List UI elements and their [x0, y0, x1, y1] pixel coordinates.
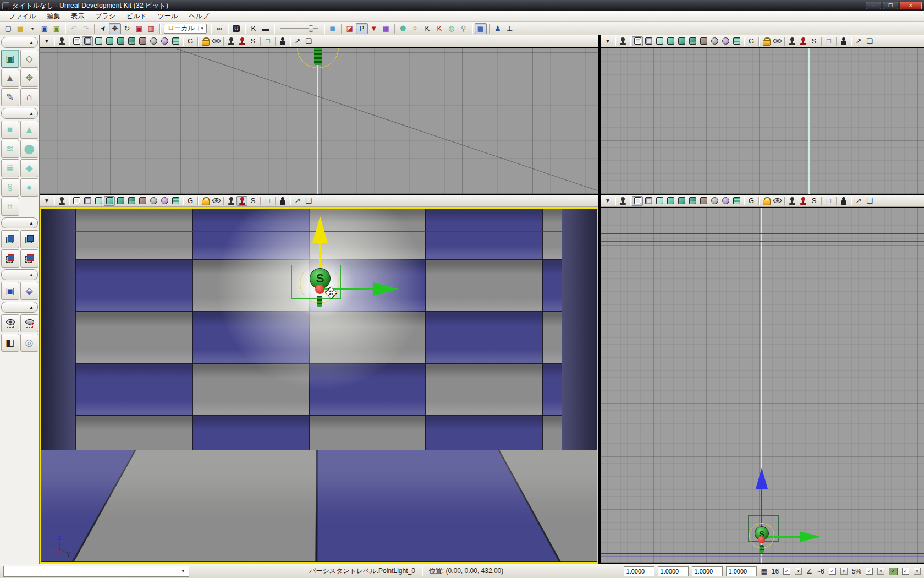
redo-button[interactable]: ↷	[80, 23, 92, 34]
camera-joystick-button[interactable]	[226, 196, 237, 206]
kismet-button[interactable]: K	[248, 23, 260, 34]
wireframe-mode-button[interactable]	[71, 196, 82, 206]
card-volume-brush-button[interactable]: ⌗	[1, 198, 19, 216]
undo-button[interactable]: ↶	[68, 23, 80, 34]
cone-brush-button[interactable]: ▲	[20, 121, 38, 139]
light-bulb-button[interactable]: ⚪	[409, 23, 421, 34]
matinee-button[interactable]: ▬	[260, 23, 272, 34]
rotation-snap-checkbox[interactable]: ✓	[829, 568, 836, 575]
static-mesh-mode-button[interactable]: ∩	[20, 88, 38, 106]
menu-item-1[interactable]: 編集	[41, 10, 65, 22]
csg-add-button[interactable]	[1, 230, 19, 248]
shader-complexity-mode-button[interactable]	[148, 36, 159, 46]
lock-viewport-button[interactable]	[200, 36, 211, 46]
open-dropdown[interactable]: ▾	[26, 23, 38, 34]
brush-square-button[interactable]: □	[262, 36, 273, 46]
maximize-joystick-icon[interactable]	[617, 196, 628, 206]
camera-speed-thumb[interactable]	[309, 25, 314, 32]
maximize-viewport-button[interactable]: ↗	[853, 196, 864, 206]
lit-mode-button[interactable]	[104, 196, 115, 206]
viewport-options-arrow[interactable]: ▼	[41, 36, 52, 46]
realtime-joystick-button[interactable]	[237, 36, 248, 46]
shadow-complexity-mode-button[interactable]	[698, 196, 709, 206]
sphere-brush-button[interactable]: ●	[20, 178, 38, 197]
rollup-brush-primitives[interactable]: ▲	[1, 108, 38, 119]
menu-item-5[interactable]: ツール	[152, 10, 184, 22]
curved-stair-brush-button[interactable]: ≋	[1, 140, 19, 158]
camera-speed-slider[interactable]	[280, 25, 318, 32]
float-viewport-button[interactable]: ❑	[303, 36, 314, 46]
rollup-special[interactable]: ▲	[1, 269, 38, 280]
wireframe-mode-button[interactable]	[71, 36, 82, 46]
drag-grid-field-3[interactable]: 1.0000	[726, 566, 757, 576]
geometry-mode-button[interactable]: ◇	[20, 50, 38, 68]
lit-mode-button[interactable]	[104, 36, 115, 46]
brush-wireframe-mode-button[interactable]	[643, 196, 654, 206]
save-button[interactable]: ▣	[38, 23, 51, 34]
hide-selected-button[interactable]	[20, 314, 38, 332]
light-complexity-mode-button[interactable]	[159, 196, 170, 206]
actor-figure-button[interactable]	[277, 196, 288, 206]
lock-viewport-button[interactable]	[761, 36, 772, 46]
play-in-editor-button[interactable]: P	[356, 23, 368, 34]
csg-deintersect-button[interactable]	[20, 249, 38, 268]
material-quality-button[interactable]: ▦	[380, 23, 392, 34]
maximize-viewport-button[interactable]: ↗	[292, 36, 303, 46]
lighting-only-mode-button[interactable]	[687, 196, 698, 206]
volume-actor-button[interactable]: ⬟	[397, 23, 409, 34]
gizmo-z-arrowhead[interactable]	[756, 468, 768, 489]
transform-space-select[interactable]: ローカル▼	[164, 24, 207, 34]
shadow-complexity-mode-button[interactable]	[137, 36, 148, 46]
grid-snap-checkbox[interactable]: ✓	[783, 568, 790, 575]
detail-lighting-mode-button[interactable]	[115, 36, 126, 46]
viewport-options-arrow[interactable]: ▼	[41, 196, 52, 206]
grid-snap-dropdown[interactable]: ▾	[795, 568, 802, 575]
scale-tool-button[interactable]: ▣	[133, 23, 145, 34]
wireframe-mode-button[interactable]	[632, 36, 643, 46]
menu-item-6[interactable]: ヘルプ	[183, 10, 215, 22]
shader-complexity-mode-button[interactable]	[709, 36, 720, 46]
scale-snap-checkbox[interactable]: ✓	[866, 568, 873, 575]
lighting-only-mode-button[interactable]	[687, 36, 698, 46]
drag-grid-field-1[interactable]: 1.0000	[658, 566, 689, 576]
light-complexity-mode-button[interactable]	[720, 196, 731, 206]
new-level-button[interactable]: ▢	[2, 23, 14, 34]
maximize-joystick-icon[interactable]	[617, 36, 628, 46]
build-all-button[interactable]: ⊥	[504, 23, 516, 34]
wireframe-mode-button[interactable]	[632, 196, 643, 206]
detail-lighting-mode-button[interactable]	[676, 36, 687, 46]
spiral-stair-brush-button[interactable]: §	[1, 178, 19, 197]
autosave-checkbox[interactable]: ✓	[902, 568, 909, 575]
brush-square-button[interactable]: □	[823, 196, 834, 206]
mesh-paint-mode-button[interactable]: ✎	[1, 88, 19, 106]
terrain-mode-button[interactable]: ▲	[1, 69, 19, 87]
show-flags-eye-button[interactable]	[772, 36, 783, 46]
lock-viewport-button[interactable]	[761, 196, 772, 206]
maximize-joystick-icon[interactable]	[56, 36, 67, 46]
autosave-dropdown[interactable]: ▾	[914, 568, 921, 575]
lit-mode-button[interactable]	[665, 36, 676, 46]
top-ortho-viewport[interactable]	[40, 47, 598, 195]
open-level-button[interactable]: ▤	[14, 23, 26, 34]
rotate-tool-button[interactable]: ↻	[121, 23, 133, 34]
brush-wireframe-mode-button[interactable]	[82, 36, 93, 46]
shadow-complexity-mode-button[interactable]	[137, 196, 148, 206]
actor-figure-button[interactable]	[277, 36, 288, 46]
status-combobox[interactable]: ▼	[3, 566, 189, 577]
build-geometry-button[interactable]: ♟	[492, 23, 504, 34]
game-mode-button[interactable]: G	[185, 36, 196, 46]
show-selected-button[interactable]	[1, 314, 19, 332]
squint-mode-button[interactable]: S	[809, 36, 820, 46]
maximize-viewport-button[interactable]: ↗	[292, 196, 303, 206]
maximize-joystick-icon[interactable]	[56, 196, 67, 206]
path-node-button[interactable]: K	[421, 23, 433, 34]
squint-mode-button[interactable]: S	[248, 36, 258, 46]
float-viewport-button[interactable]: ❑	[303, 196, 314, 206]
no-socket-button[interactable]: ◪	[344, 23, 356, 34]
menu-item-0[interactable]: ファイル	[3, 10, 41, 22]
translate-tool-button[interactable]: ✥	[109, 23, 121, 34]
brush-square-button[interactable]: □	[823, 36, 834, 46]
show-flags-eye-button[interactable]	[772, 196, 783, 206]
minimize-button[interactable]: −	[866, 2, 881, 9]
shader-complexity-mode-button[interactable]	[148, 196, 159, 206]
